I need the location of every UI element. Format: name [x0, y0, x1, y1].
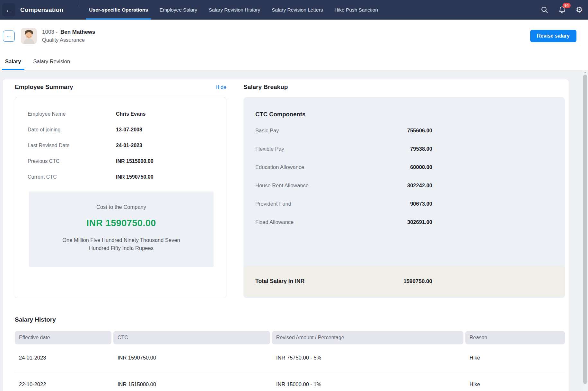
- summary-field-row: Last Revised Date 24-01-2023: [28, 142, 215, 148]
- field-value: 24-01-2023: [116, 142, 142, 148]
- tab-salary[interactable]: Salary: [2, 58, 24, 70]
- nav-tab-user-specific-operations[interactable]: User-specific Operations: [83, 0, 154, 20]
- field-label: Date of joining: [28, 127, 116, 133]
- salary-history-title: Salary History: [15, 316, 565, 323]
- employee-avatar: [21, 28, 37, 44]
- total-salary-row: Total Salary In INR 1590750.00: [243, 266, 565, 297]
- back-arrow-icon: ←: [6, 32, 12, 40]
- field-value: INR 1590750.00: [116, 174, 154, 180]
- top-navbar: ← Compensation User-specific Operations …: [0, 0, 588, 20]
- employee-header: ← 1003 - Ben Mathews Quality Assurance R…: [0, 20, 588, 70]
- employee-summary-section: Employee Summary Hide Employee Name Chri…: [15, 84, 226, 298]
- salary-breakup-title: Salary Breakup: [243, 84, 288, 91]
- field-label: Previous CTC: [28, 158, 116, 164]
- scrollbar-thumb[interactable]: [583, 75, 587, 384]
- tab-salary-revision[interactable]: Salary Revision: [30, 58, 74, 70]
- cell-effective-date: 24-01-2023: [15, 355, 113, 361]
- component-label: Basic Pay: [255, 128, 279, 134]
- settings-icon[interactable]: ⚙: [576, 6, 583, 14]
- component-value: 60000.00: [410, 164, 432, 170]
- employee-summary-title: Employee Summary: [15, 84, 73, 91]
- nav-tab-hike-push-sanction[interactable]: Hike Push Sanction: [329, 0, 384, 20]
- cost-to-company-amount: INR 1590750.00: [29, 218, 214, 228]
- table-row: 24-01-2023 INR 1590750.00 INR 75750.00 -…: [15, 344, 565, 371]
- nav-tab-salary-revision-letters[interactable]: Salary Revision Letters: [266, 0, 329, 20]
- component-row: Education Allowance 60000.00: [255, 164, 432, 170]
- cost-to-company-box: Cost to the Company INR 1590750.00 One M…: [29, 191, 214, 267]
- cell-ctc: INR 1590750.00: [113, 355, 272, 361]
- component-label: Education Allowance: [255, 164, 304, 170]
- back-arrow-icon: ←: [5, 6, 12, 14]
- field-label: Current CTC: [28, 174, 116, 180]
- employee-designation: Quality Assurance: [42, 37, 95, 43]
- component-label: Flexible Pay: [255, 146, 284, 152]
- nav-tab-employee-salary[interactable]: Employee Salary: [154, 0, 203, 20]
- summary-field-row: Employee Name Chris Evans: [28, 111, 215, 117]
- component-label: Provident Fund: [255, 201, 291, 207]
- field-label: Last Revised Date: [28, 142, 116, 148]
- salary-breakup-panel: CTC Components Basic Pay 755606.00 Flexi…: [243, 97, 565, 298]
- employee-title-line: 1003 - Ben Mathews: [42, 29, 95, 35]
- column-header-effective-date: Effective date: [15, 331, 111, 344]
- header-back-button[interactable]: ←: [3, 31, 15, 42]
- app-title: Compensation: [20, 6, 63, 13]
- cell-reason: Hike: [465, 381, 565, 387]
- content-area: Employee Summary Hide Employee Name Chri…: [0, 70, 588, 391]
- nav-divider: [78, 0, 78, 6]
- summary-field-row: Current CTC INR 1590750.00: [28, 174, 215, 180]
- vertical-scrollbar[interactable]: ▲: [582, 70, 588, 391]
- revise-salary-button[interactable]: Revise salary: [530, 30, 576, 42]
- salary-history-header: Effective date CTC Revised Amount / Perc…: [15, 331, 565, 344]
- scroll-up-icon[interactable]: ▲: [582, 70, 588, 75]
- column-header-revised-amount: Revised Amount / Percentage: [272, 331, 463, 344]
- column-header-reason: Reason: [465, 331, 565, 344]
- summary-field-row: Date of joining 13-07-2008: [28, 127, 215, 133]
- cell-effective-date: 22-10-2022: [15, 381, 113, 387]
- component-value: 79538.00: [410, 146, 432, 152]
- field-value: 13-07-2008: [116, 127, 142, 133]
- cell-reason: Hike: [465, 355, 565, 361]
- salary-breakup-section: Salary Breakup CTC Components Basic Pay …: [243, 84, 565, 298]
- component-value: 755606.00: [407, 128, 432, 134]
- cell-ctc: INR 1515000.00: [113, 381, 272, 387]
- ctc-components-title: CTC Components: [255, 111, 565, 118]
- field-label: Employee Name: [28, 111, 116, 117]
- table-row: 22-10-2022 INR 1515000.00 INR 15000.00 -…: [15, 371, 565, 391]
- component-value: 302242.00: [407, 182, 432, 189]
- component-value: 90673.00: [410, 201, 432, 207]
- employee-summary-box: Employee Name Chris Evans Date of joinin…: [15, 97, 226, 298]
- salary-card: Employee Summary Hide Employee Name Chri…: [2, 79, 569, 391]
- nav-actions: 54 ⚙: [540, 6, 583, 14]
- component-row: Fixed Allowance 302691.00: [255, 219, 432, 225]
- component-value: 302691.00: [407, 219, 432, 225]
- notification-count-badge: 54: [563, 3, 571, 8]
- field-value: INR 1515000.00: [116, 158, 154, 164]
- total-salary-value: 1590750.00: [403, 278, 432, 285]
- cell-revised-amount: INR 15000.00 - 1%: [272, 381, 465, 387]
- summary-field-row: Previous CTC INR 1515000.00: [28, 158, 215, 164]
- component-row: House Rent Allowance 302242.00: [255, 182, 432, 189]
- cost-to-company-label: Cost to the Company: [29, 204, 214, 210]
- total-salary-label: Total Salary In INR: [255, 278, 304, 285]
- component-row: Provident Fund 90673.00: [255, 201, 432, 207]
- field-value: Chris Evans: [116, 111, 145, 117]
- ctc-components-list: Basic Pay 755606.00 Flexible Pay 79538.0…: [255, 128, 432, 225]
- nav-back-button[interactable]: ←: [2, 3, 15, 16]
- hide-link[interactable]: Hide: [215, 84, 226, 90]
- notifications-icon[interactable]: 54: [558, 6, 566, 14]
- search-icon[interactable]: [540, 6, 549, 14]
- nav-tab-salary-revision-history[interactable]: Salary Revision History: [203, 0, 266, 20]
- page-tabs: Salary Salary Revision: [2, 58, 73, 70]
- component-label: Fixed Allowance: [255, 219, 294, 225]
- component-label: House Rent Allowance: [255, 182, 309, 189]
- cost-to-company-words: One Million Five Hundred Ninety Thousand…: [52, 236, 190, 252]
- component-row: Basic Pay 755606.00: [255, 128, 432, 134]
- cell-revised-amount: INR 75750.00 - 5%: [272, 355, 465, 361]
- nav-tabs: User-specific Operations Employee Salary…: [83, 0, 384, 20]
- column-header-ctc: CTC: [113, 331, 270, 344]
- employee-row: ← 1003 - Ben Mathews Quality Assurance R…: [0, 20, 588, 44]
- employee-meta: 1003 - Ben Mathews Quality Assurance: [42, 29, 95, 43]
- employee-id: 1003 -: [42, 29, 57, 35]
- employee-name: Ben Mathews: [60, 29, 95, 35]
- component-row: Flexible Pay 79538.00: [255, 146, 432, 152]
